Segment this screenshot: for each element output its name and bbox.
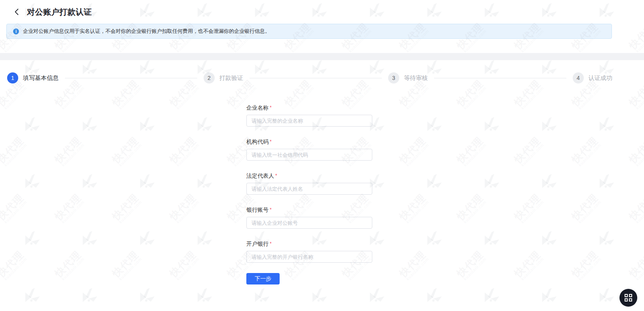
section-divider bbox=[0, 53, 644, 60]
step-connector bbox=[434, 78, 566, 78]
org-code-input[interactable] bbox=[246, 149, 372, 161]
step-label: 填写基本信息 bbox=[23, 74, 59, 82]
verification-page: 对公账户打款认证 i 企业对公账户信息仅用于实名认证，不会对你的企业银行账户扣取… bbox=[0, 0, 644, 311]
field-bank-account: 银行账号* bbox=[246, 206, 372, 229]
step-label: 打款验证 bbox=[219, 74, 243, 82]
bank-account-input[interactable] bbox=[246, 217, 372, 229]
step-success: 4 认证成功 bbox=[573, 72, 612, 83]
step-number-badge: 2 bbox=[204, 72, 215, 83]
step-connector bbox=[250, 78, 382, 78]
step-payment-verify: 2 打款验证 bbox=[204, 72, 243, 83]
account-form: 企业名称* 机构代码* 法定代表人* 银行账号* 开户银行* 下一步 bbox=[246, 104, 372, 284]
bank-name-input[interactable] bbox=[246, 251, 372, 263]
required-mark: * bbox=[270, 207, 272, 212]
step-number-badge: 3 bbox=[388, 72, 399, 83]
notice-text: 企业对公账户信息仅用于实名认证，不会对你的企业银行账户扣取任何费用，也不会泄漏你… bbox=[23, 28, 270, 35]
required-mark: * bbox=[275, 173, 277, 178]
next-step-button[interactable]: 下一步 bbox=[246, 273, 280, 284]
field-label: 银行账号* bbox=[246, 206, 372, 214]
required-mark: * bbox=[270, 139, 272, 144]
company-name-input[interactable] bbox=[246, 115, 372, 127]
field-company-name: 企业名称* bbox=[246, 104, 372, 127]
field-legal-representative: 法定代表人* bbox=[246, 172, 372, 195]
field-label: 开户银行* bbox=[246, 240, 372, 248]
step-label: 认证成功 bbox=[589, 74, 612, 82]
main-content: 1 填写基本信息 2 打款验证 3 等待审核 4 认证成功 企业名称* bbox=[0, 60, 644, 311]
floating-widget-button[interactable] bbox=[619, 289, 637, 307]
info-icon: i bbox=[13, 28, 19, 34]
field-org-code: 机构代码* bbox=[246, 138, 372, 161]
field-label: 法定代表人* bbox=[246, 172, 372, 180]
required-mark: * bbox=[270, 105, 272, 110]
legal-representative-input[interactable] bbox=[246, 183, 372, 195]
field-label: 机构代码* bbox=[246, 138, 372, 146]
notice-banner: i 企业对公账户信息仅用于实名认证，不会对你的企业银行账户扣取任何费用，也不会泄… bbox=[6, 24, 612, 39]
grid-icon bbox=[625, 294, 632, 302]
page-header: 对公账户打款认证 bbox=[0, 0, 644, 24]
brand-watermark-text: 快代理kuaidaili.com bbox=[627, 21, 644, 54]
step-fill-basic-info: 1 填写基本信息 bbox=[7, 72, 59, 83]
field-label: 企业名称* bbox=[246, 104, 372, 112]
required-mark: * bbox=[270, 241, 272, 247]
stepper: 1 填写基本信息 2 打款验证 3 等待审核 4 认证成功 bbox=[0, 60, 644, 87]
chevron-left-icon bbox=[14, 8, 19, 15]
step-connector bbox=[65, 78, 197, 78]
back-button[interactable] bbox=[12, 7, 21, 17]
field-bank-name: 开户银行* bbox=[246, 240, 372, 263]
step-await-review: 3 等待审核 bbox=[388, 72, 428, 83]
page-title: 对公账户打款认证 bbox=[27, 7, 92, 17]
step-number-badge: 4 bbox=[573, 72, 584, 83]
step-number-badge: 1 bbox=[7, 72, 18, 83]
step-label: 等待审核 bbox=[404, 74, 428, 82]
